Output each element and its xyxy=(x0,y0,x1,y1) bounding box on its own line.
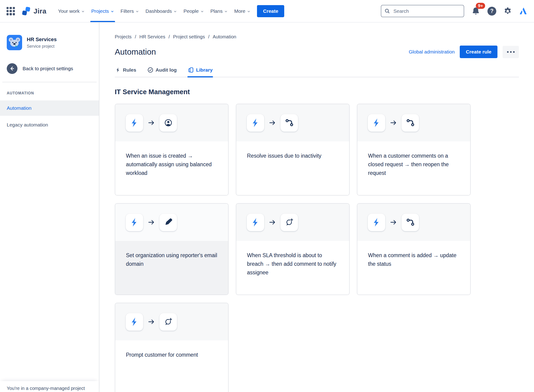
nav-item-dashboards[interactable]: Dashboards xyxy=(142,0,180,22)
chevron-down-icon xyxy=(247,10,250,13)
nav-item-people[interactable]: People xyxy=(180,0,207,22)
project-sidebar: HR Services Service project Back to proj… xyxy=(0,23,99,392)
sidebar-items: Automation Legacy automation xyxy=(0,100,99,133)
template-card-set-organization[interactable]: Set organization using reporter's email … xyxy=(115,203,229,295)
breadcrumb-separator: / xyxy=(208,34,210,40)
create-button[interactable]: Create xyxy=(257,5,284,17)
tab-rules[interactable]: Rules xyxy=(115,67,137,77)
bolt-icon xyxy=(115,67,121,73)
nav-item-filters[interactable]: Filters xyxy=(117,0,142,22)
ellipsis-icon xyxy=(507,51,509,53)
automation-bolt-icon xyxy=(126,114,143,132)
project-name: HR Services xyxy=(27,37,57,42)
nav-item-your-work[interactable]: Your work xyxy=(55,0,88,22)
nav-item-more[interactable]: More xyxy=(231,0,254,22)
arrow-right-icon xyxy=(390,119,397,126)
pencil-icon xyxy=(159,214,177,231)
card-icon-strip xyxy=(357,204,470,241)
tab-library[interactable]: Library xyxy=(187,67,213,77)
nav-item-plans[interactable]: Plans xyxy=(207,0,231,22)
sidebar-divider xyxy=(2,82,97,82)
arrow-right-icon xyxy=(269,219,276,226)
template-card-comment-update-status[interactable]: When a comment is added → update the sta… xyxy=(357,203,471,295)
chevron-down-icon xyxy=(110,10,114,13)
template-card-reopen-request[interactable]: When a customer comments on a closed req… xyxy=(357,104,471,196)
atlassian-logo-icon xyxy=(519,7,528,15)
template-card-prompt-customer[interactable]: Prompt customer for comment xyxy=(115,303,229,392)
card-text: Set organization using reporter's email … xyxy=(126,251,217,268)
template-card-grid: When an issue is created → automatically… xyxy=(115,104,519,392)
nav-item-projects[interactable]: Projects xyxy=(88,0,117,22)
breadcrumb-project-settings[interactable]: Project settings xyxy=(173,34,205,40)
more-options-button[interactable] xyxy=(503,46,519,58)
search-icon xyxy=(384,8,390,14)
notifications-badge: 9+ xyxy=(476,3,485,9)
notifications-button[interactable]: 9+ xyxy=(471,6,481,16)
back-to-project-settings[interactable]: Back to project settings xyxy=(7,63,99,74)
template-card-resolve-inactivity[interactable]: Resolve issues due to inactivity xyxy=(236,104,350,196)
breadcrumb-projects[interactable]: Projects xyxy=(115,34,132,40)
arrow-right-icon xyxy=(148,318,155,326)
chevron-down-icon xyxy=(224,10,228,13)
card-text: When SLA threshold is about to breach → … xyxy=(247,251,339,277)
card-text: When an issue is created → automatically… xyxy=(126,152,217,177)
chevron-down-icon xyxy=(135,10,139,13)
help-button[interactable]: ? xyxy=(487,7,496,16)
card-text: Resolve issues due to inactivity xyxy=(247,152,339,160)
project-header: HR Services Service project xyxy=(7,35,99,50)
automation-bolt-icon xyxy=(368,114,385,132)
arrow-right-icon xyxy=(269,119,276,126)
automation-bolt-icon xyxy=(126,214,143,231)
jira-logo[interactable]: Jira xyxy=(21,6,46,16)
card-icon-strip xyxy=(236,204,349,241)
card-icon-strip xyxy=(115,104,228,141)
breadcrumb-automation[interactable]: Automation xyxy=(213,34,236,40)
search-input[interactable] xyxy=(381,5,464,17)
sidebar-item-automation[interactable]: Automation xyxy=(0,100,99,116)
breadcrumb: Projects / HR Services / Project setting… xyxy=(115,34,519,40)
back-arrow-icon xyxy=(7,63,17,74)
card-icon-strip xyxy=(357,104,470,141)
main-content: Projects / HR Services / Project setting… xyxy=(99,23,534,392)
back-label: Back to project settings xyxy=(23,66,73,71)
comment-add-icon xyxy=(281,214,298,231)
gear-icon xyxy=(503,7,512,16)
settings-button[interactable] xyxy=(503,7,512,16)
automation-bolt-icon xyxy=(247,114,264,132)
comment-add-icon xyxy=(159,313,177,331)
project-type: Service project xyxy=(27,44,57,49)
top-navbar: Jira Your work Projects Filters Dashboar… xyxy=(0,0,534,23)
search-box xyxy=(381,5,464,17)
card-icon-strip xyxy=(115,204,228,241)
ellipsis-icon xyxy=(513,51,515,53)
chevron-down-icon xyxy=(81,10,85,13)
branch-icon xyxy=(401,114,419,132)
pages-icon xyxy=(188,67,194,73)
breadcrumb-separator: / xyxy=(168,34,170,40)
sidebar-item-legacy-automation[interactable]: Legacy automation xyxy=(0,117,99,133)
card-text: When a comment is added → update the sta… xyxy=(368,251,459,268)
global-administration-link[interactable]: Global administration xyxy=(409,49,455,55)
card-text: When a customer comments on a closed req… xyxy=(368,152,459,177)
jira-logo-icon xyxy=(21,6,31,16)
user-icon xyxy=(159,114,177,132)
template-card-auto-assign[interactable]: When an issue is created → automatically… xyxy=(115,104,229,196)
create-rule-button[interactable]: Create rule xyxy=(460,46,497,58)
page-title: Automation xyxy=(115,47,156,56)
primary-nav: Your work Projects Filters Dashboards Pe… xyxy=(55,0,254,22)
template-card-sla-breach[interactable]: When SLA threshold is about to breach → … xyxy=(236,203,350,295)
tab-audit-log[interactable]: Audit log xyxy=(147,67,177,77)
arrow-right-icon xyxy=(148,119,155,126)
question-mark-icon: ? xyxy=(487,7,496,16)
automation-tabs: Rules Audit log Library xyxy=(115,67,519,77)
breadcrumb-hr-services[interactable]: HR Services xyxy=(139,34,165,40)
breadcrumb-separator: / xyxy=(135,34,136,40)
card-text: Prompt customer for comment xyxy=(126,351,217,359)
arrow-right-icon xyxy=(148,219,155,226)
sidebar-section-label: AUTOMATION xyxy=(7,91,99,95)
check-circle-icon xyxy=(147,67,153,73)
arrow-right-icon xyxy=(390,219,397,226)
project-type-footnote: You're in a company-managed project xyxy=(0,381,99,392)
jira-logo-text: Jira xyxy=(33,7,46,15)
app-switcher-icon[interactable] xyxy=(6,7,15,15)
